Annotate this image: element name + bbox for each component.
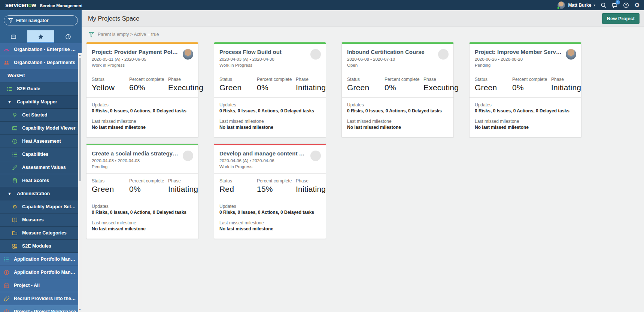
sidebar-item[interactable]: ▼Administration	[0, 187, 82, 200]
card-header: Process Flow Build out2020-04-03 (A) • 2…	[214, 44, 326, 72]
sidebar-item[interactable]: Measures	[0, 213, 82, 227]
page-header: My Projects Space New Project	[82, 10, 644, 27]
metric-value: Initiating	[296, 185, 326, 194]
metric-value: Green	[219, 83, 257, 92]
project-card[interactable]: Project: Provider Payment Policy and rei…	[86, 42, 198, 137]
history-tab[interactable]	[54, 30, 82, 43]
sidebar-item[interactable]: Project - All	[0, 279, 82, 292]
last-missed-label: Last missed milestone	[92, 220, 193, 225]
sidebar-item[interactable]: Heat Assessment	[0, 135, 82, 148]
metric-label: Phase	[168, 178, 198, 184]
info-icon	[4, 309, 9, 312]
project-card[interactable]: Process Flow Build out2020-04-03 (A) • 2…	[214, 42, 326, 137]
updates-label: Updates	[92, 102, 193, 107]
clock-icon	[65, 34, 71, 40]
gear-icon: ⚙	[12, 204, 18, 210]
info-icon	[4, 270, 9, 275]
user-avatar[interactable]	[558, 1, 565, 9]
project-card[interactable]: Inbound Certification Course2020-06-08 •…	[341, 42, 454, 137]
calendar-icon	[4, 283, 9, 288]
user-name[interactable]: Matt Burke	[568, 3, 591, 8]
sidebar-item[interactable]: Recruit Providers into the Netw…	[0, 292, 82, 305]
sidebar-item[interactable]: Capabilities	[0, 148, 82, 161]
metric-value: Green	[92, 185, 129, 194]
servicenow-logo: servicenow	[5, 2, 36, 9]
sidebar-item[interactable]: Organization - Enterprise Strategy	[0, 43, 82, 56]
sidebar-item-label: Capability Mapper Settings	[22, 204, 76, 209]
notification-badge: 1	[616, 0, 620, 4]
sidebar-item[interactable]: ⚙Capability Mapper Settings	[0, 200, 82, 213]
sidebar-item[interactable]: Assessment Values	[0, 161, 82, 174]
project-card[interactable]: Create a social media strategy and conte…	[86, 143, 198, 239]
sidebar-item[interactable]: WorkFit	[0, 69, 82, 82]
filter-breadcrumb[interactable]: Parent is empty > Active = true	[82, 27, 644, 42]
sidebar-item[interactable]: S2E Modules	[0, 240, 82, 253]
project-card[interactable]: Project: Improve Member Service for Dura…	[469, 42, 581, 137]
folder-icon	[12, 230, 18, 236]
logo-green-letter: o	[28, 2, 31, 8]
gear-icon[interactable]: ⚙	[634, 2, 640, 8]
card-updates: Updates0 Risks, 0 Issues, 0 Actions, 0 D…	[470, 97, 581, 137]
metric-value: Initiating	[551, 83, 581, 92]
sidebar-item[interactable]: Organization - Departments	[0, 56, 82, 69]
project-title: Create a social media strategy and conte…	[92, 150, 193, 157]
metric-value: 60%	[129, 83, 168, 92]
project-card[interactable]: Develop and manage content creation an…2…	[214, 143, 326, 239]
scroll-down-arrow[interactable]: ▼	[79, 308, 81, 312]
projects-grid: Project: Provider Payment Policy and rei…	[82, 42, 644, 239]
metric-phase: PhaseExecuting	[168, 77, 203, 92]
card-updates: Updates0 Risks, 0 Issues, 0 Actions, 0 D…	[86, 97, 198, 137]
sidebar-item[interactable]: ▼Capability Mapper	[0, 96, 82, 109]
sidebar-scrollbar[interactable]: ▲ ▼	[78, 53, 82, 312]
sidebar-item[interactable]: Project - Project Workspace	[0, 305, 82, 312]
product-name: Service Management	[40, 3, 82, 8]
sidebar-item[interactable]: S2E Guide	[0, 82, 82, 96]
project-title: Project: Provider Payment Policy and rei…	[92, 49, 193, 55]
sidebar-item[interactable]: Application Portfolio Managem…	[0, 266, 82, 279]
project-state: Work in Progress	[92, 63, 193, 67]
sidebar-item-label: Organization - Departments	[14, 60, 75, 65]
updates-label: Updates	[92, 204, 193, 209]
metric-value: Yellow	[92, 83, 129, 92]
chat-icon[interactable]: 1	[611, 2, 618, 8]
card-updates: Updates0 Risks, 0 Issues, 0 Actions, 0 D…	[214, 97, 326, 137]
main-content: My Projects Space New Project Parent is …	[82, 10, 644, 312]
card-metrics: StatusGreenPercent complete0%PhaseInitia…	[214, 72, 326, 97]
sidebar-item[interactable]: Measure Categories	[0, 227, 82, 240]
assignee-avatar	[183, 49, 193, 60]
last-missed-value: No last missed milestone	[92, 226, 193, 231]
metric-value: 0%	[257, 83, 296, 92]
metric-value: Initiating	[168, 185, 198, 194]
chevron-down-icon[interactable]: ▾	[593, 3, 595, 7]
scroll-up-arrow[interactable]: ▲	[79, 53, 81, 57]
sidebar-item[interactable]: Heat Scores	[0, 174, 82, 187]
sidebar-item-label: S2E Guide	[17, 86, 40, 91]
sidebar-item[interactable]: Application Portfolio Managem…	[0, 253, 82, 266]
new-project-button[interactable]: New Project	[602, 13, 640, 24]
sidebar-item-label: Assessment Values	[22, 165, 66, 170]
sidebar-item-label: Application Portfolio Managem…	[14, 257, 76, 262]
filter-navigator-box[interactable]	[4, 15, 78, 25]
updates-value: 0 Risks, 0 Issues, 0 Actions, 0 Delayed …	[475, 108, 576, 113]
metric-value: Initiating	[296, 83, 326, 92]
metric-percent-complete: Percent complete0%	[129, 178, 168, 194]
search-icon[interactable]	[600, 2, 607, 8]
metric-label: Status	[219, 77, 257, 82]
assignee-avatar	[310, 151, 321, 161]
last-missed-label: Last missed milestone	[475, 119, 576, 124]
filter-navigator-input[interactable]	[16, 18, 74, 23]
funnel-icon	[8, 18, 13, 23]
metric-value: 15%	[257, 185, 296, 194]
metric-value: 0%	[385, 83, 423, 92]
scrollbar-thumb[interactable]	[79, 58, 81, 181]
help-icon[interactable]: ?	[623, 2, 629, 8]
sidebar-item[interactable]: Capability Model Viewer	[0, 122, 82, 135]
project-state: Work in Progress	[219, 164, 321, 169]
sidebar-item[interactable]: Get Started	[0, 109, 82, 122]
last-missed-label: Last missed milestone	[219, 220, 321, 225]
paperclip-icon	[4, 296, 9, 302]
all-applications-tab[interactable]	[0, 30, 27, 43]
project-dates: 2020-06-26 • 2020-08-28	[475, 57, 576, 61]
favorites-tab[interactable]	[27, 30, 55, 43]
presence-dot	[557, 7, 560, 9]
